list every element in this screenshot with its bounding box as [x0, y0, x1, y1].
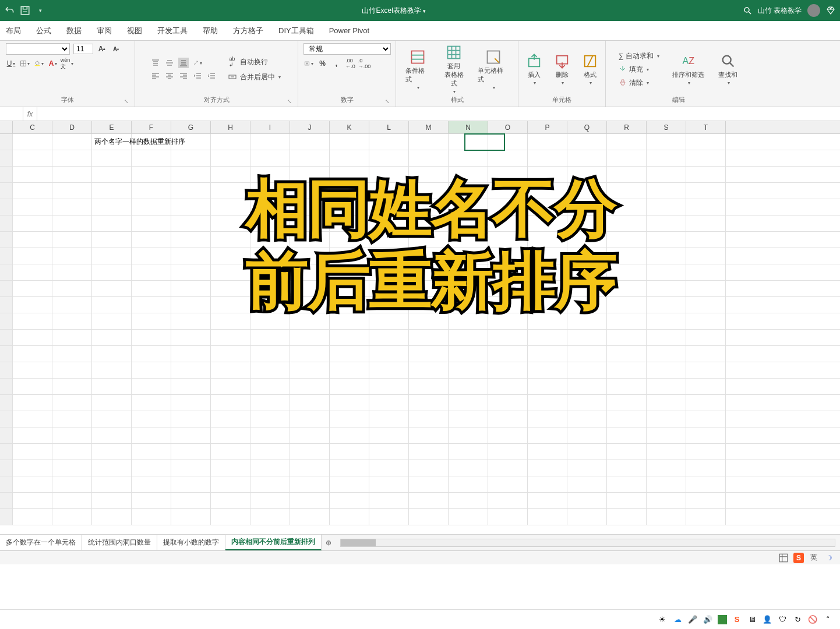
cell[interactable]: [567, 444, 607, 460]
cell[interactable]: [567, 134, 607, 150]
cell[interactable]: [290, 493, 330, 508]
cell[interactable]: [647, 395, 686, 411]
cell[interactable]: [607, 346, 647, 362]
cell[interactable]: [171, 297, 211, 313]
qat-dropdown-icon[interactable]: ▾: [35, 5, 45, 16]
cell[interactable]: [449, 167, 488, 182]
align-bottom-icon[interactable]: [178, 58, 189, 68]
cell[interactable]: [92, 232, 132, 248]
cell[interactable]: [528, 379, 567, 394]
cell[interactable]: [290, 167, 330, 182]
cell[interactable]: [488, 411, 528, 427]
cell[interactable]: [567, 427, 607, 443]
cell[interactable]: [211, 476, 250, 492]
find-select-button[interactable]: 查找和: [715, 52, 741, 87]
cell[interactable]: [92, 215, 132, 231]
column-header-J[interactable]: J: [290, 121, 330, 133]
cell[interactable]: [369, 411, 409, 427]
cell[interactable]: [369, 444, 409, 460]
cell[interactable]: [92, 248, 132, 264]
cell[interactable]: [13, 264, 52, 280]
cell[interactable]: [528, 297, 567, 313]
cell[interactable]: [409, 379, 449, 394]
cell[interactable]: [488, 297, 528, 313]
cell[interactable]: [567, 476, 607, 492]
cell[interactable]: [92, 493, 132, 508]
cell[interactable]: [290, 444, 330, 460]
cell[interactable]: [13, 427, 52, 443]
cell[interactable]: [211, 199, 250, 215]
cell[interactable]: [449, 362, 488, 378]
column-header-I[interactable]: I: [250, 121, 290, 133]
cell[interactable]: [132, 167, 171, 182]
cell[interactable]: [488, 476, 528, 492]
cell[interactable]: [52, 411, 92, 427]
cell[interactable]: [607, 411, 647, 427]
cell[interactable]: [290, 346, 330, 362]
cell[interactable]: [647, 199, 686, 215]
phonetic-icon[interactable]: wén文: [62, 58, 72, 69]
cell[interactable]: [488, 509, 528, 525]
cell[interactable]: [528, 167, 567, 182]
cell[interactable]: [528, 411, 567, 427]
cell[interactable]: [528, 313, 567, 329]
cell[interactable]: [211, 264, 250, 280]
align-top-icon[interactable]: [150, 58, 161, 68]
cell[interactable]: [211, 509, 250, 525]
cell[interactable]: [607, 199, 647, 215]
cell[interactable]: [449, 248, 488, 264]
cell[interactable]: [409, 281, 449, 296]
cell[interactable]: [409, 134, 449, 150]
cell[interactable]: [330, 297, 369, 313]
column-header-F[interactable]: F: [132, 121, 171, 133]
cell[interactable]: [290, 232, 330, 248]
cell[interactable]: [250, 264, 290, 280]
font-launcher-icon[interactable]: ⤡: [124, 98, 129, 104]
cell[interactable]: [250, 444, 290, 460]
cell[interactable]: [567, 183, 607, 199]
cell[interactable]: [211, 444, 250, 460]
cell[interactable]: [13, 199, 52, 215]
cell[interactable]: [132, 264, 171, 280]
cell[interactable]: [92, 150, 132, 166]
column-header-C[interactable]: C: [13, 121, 52, 133]
cell[interactable]: [488, 134, 528, 150]
cell[interactable]: [449, 395, 488, 411]
cell[interactable]: [686, 313, 726, 329]
cell[interactable]: [211, 281, 250, 296]
cell[interactable]: [567, 248, 607, 264]
cell[interactable]: [488, 150, 528, 166]
tab-help[interactable]: 帮助: [202, 23, 219, 38]
cell[interactable]: [211, 183, 250, 199]
cell[interactable]: [250, 167, 290, 182]
tray-weather-icon[interactable]: ☀: [657, 614, 668, 625]
cell[interactable]: [686, 232, 726, 248]
cell[interactable]: [567, 346, 607, 362]
cell[interactable]: [13, 330, 52, 345]
row-header[interactable]: [0, 167, 13, 182]
cell[interactable]: [488, 444, 528, 460]
comma-icon[interactable]: ,: [331, 58, 342, 69]
cell[interactable]: [686, 444, 726, 460]
border-icon[interactable]: [20, 58, 30, 69]
cell[interactable]: [52, 297, 92, 313]
cell[interactable]: [290, 330, 330, 345]
cell[interactable]: [647, 509, 686, 525]
cell[interactable]: [52, 313, 92, 329]
cell[interactable]: [92, 509, 132, 525]
row-header[interactable]: [0, 330, 13, 345]
cell[interactable]: [647, 134, 686, 150]
row-header[interactable]: [0, 427, 13, 443]
cell[interactable]: [132, 183, 171, 199]
cell[interactable]: [607, 362, 647, 378]
cell[interactable]: [250, 232, 290, 248]
cell[interactable]: [686, 411, 726, 427]
cell[interactable]: [92, 281, 132, 296]
column-header-R[interactable]: R: [607, 121, 647, 133]
cell[interactable]: [171, 509, 211, 525]
cell[interactable]: [449, 411, 488, 427]
cell[interactable]: [290, 281, 330, 296]
cell[interactable]: [409, 427, 449, 443]
cell[interactable]: [369, 183, 409, 199]
cell[interactable]: [449, 444, 488, 460]
